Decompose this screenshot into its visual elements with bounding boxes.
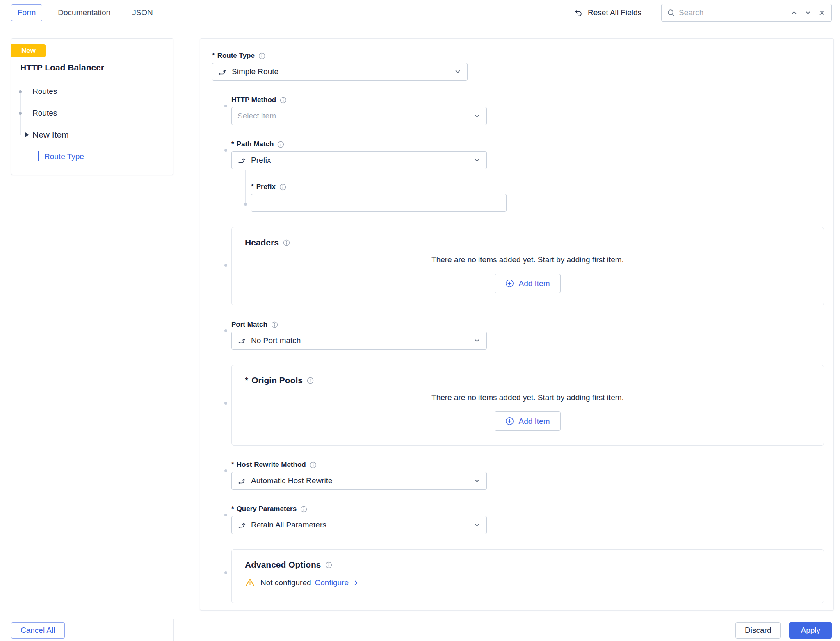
headers-add-item-button[interactable]: Add Item: [495, 274, 560, 293]
advanced-options-node: Advanced Options Not configured Configur…: [231, 549, 823, 603]
info-icon[interactable]: [258, 52, 265, 59]
sidebar-item-label: New Item: [32, 130, 69, 140]
path-match-label: Path Match: [237, 140, 274, 149]
sidebar-nav-card: New HTTP Load Balancer Routes Routes New…: [11, 38, 173, 175]
chevron-up-icon: [790, 9, 798, 16]
new-status-badge: New: [11, 44, 46, 57]
headers-empty-text: There are no items added yet. Start by a…: [245, 255, 810, 264]
chevron-down-icon: [473, 337, 481, 344]
warning-triangle-icon: [245, 577, 255, 588]
query-parameters-value: Retain All Parameters: [251, 521, 326, 530]
required-marker: *: [231, 460, 234, 469]
headers-node: Headers There are no items added yet. St…: [231, 227, 823, 305]
search-input[interactable]: [679, 8, 783, 17]
top-toolbar: Form Documentation JSON Reset All Fields: [0, 0, 840, 25]
port-match-label: Port Match: [231, 320, 267, 329]
apply-button[interactable]: Apply: [789, 622, 832, 639]
info-icon[interactable]: [280, 97, 287, 104]
route-type-label-row: * Route Type: [212, 51, 823, 60]
info-icon[interactable]: [300, 506, 307, 513]
sidebar-item-label: Routes: [32, 87, 57, 96]
reset-all-fields-button[interactable]: Reset All Fields: [573, 8, 641, 18]
info-icon[interactable]: [277, 141, 284, 148]
search-box: [661, 4, 832, 22]
required-marker: *: [251, 182, 254, 191]
info-icon[interactable]: [307, 377, 314, 384]
plus-circle-icon: [505, 417, 514, 425]
discard-button[interactable]: Discard: [735, 622, 781, 639]
host-rewrite-label: Host Rewrite Method: [237, 460, 306, 469]
route-branch-icon: [237, 521, 247, 530]
chevron-right-icon: [352, 579, 360, 586]
sidebar-item-route-type[interactable]: Route Type: [11, 145, 173, 167]
sidebar-item-routes-2[interactable]: Routes: [11, 102, 173, 124]
advanced-options-title: Advanced Options: [245, 559, 321, 570]
origin-pools-title-row: * Origin Pools: [245, 375, 810, 386]
sidebar-tree: Routes Routes New Item Route Type: [11, 80, 173, 167]
search-icon: [667, 9, 675, 17]
route-type-select[interactable]: Simple Route: [212, 63, 468, 81]
route-type-value: Simple Route: [232, 67, 278, 76]
search-close-button[interactable]: [815, 6, 829, 20]
prefix-input[interactable]: [251, 194, 507, 212]
info-icon[interactable]: [310, 461, 317, 468]
sidebar-item-label: Route Type: [44, 152, 84, 161]
add-item-label: Add Item: [518, 417, 550, 426]
http-method-label: HTTP Method: [231, 95, 276, 105]
port-match-field: Port Match No Port match: [231, 320, 823, 350]
info-icon[interactable]: [283, 239, 290, 246]
query-parameters-field: * Query Parameters Retain All Parameters: [231, 505, 823, 534]
headers-section: Headers There are no items added yet. St…: [231, 227, 824, 305]
tab-documentation[interactable]: Documentation: [58, 8, 110, 17]
query-parameters-select[interactable]: Retain All Parameters: [231, 516, 487, 534]
info-icon[interactable]: [279, 184, 286, 191]
http-method-label-row: HTTP Method: [231, 95, 823, 105]
path-match-select[interactable]: Prefix: [231, 151, 487, 169]
tab-form[interactable]: Form: [11, 4, 42, 21]
prefix-label-row: * Prefix: [251, 182, 823, 191]
host-rewrite-label-row: * Host Rewrite Method: [231, 460, 823, 469]
search-prev-button[interactable]: [787, 6, 801, 20]
query-parameters-label: Query Parameters: [237, 505, 297, 514]
sidebar-item-routes-1[interactable]: Routes: [11, 80, 173, 102]
origin-pools-section: * Origin Pools There are no items added …: [231, 365, 824, 446]
sidebar-item-label: Routes: [32, 109, 57, 118]
chevron-down-icon: [473, 521, 481, 529]
route-branch-icon: [237, 336, 247, 345]
footer-divider: [173, 619, 174, 641]
search-next-button[interactable]: [801, 6, 815, 20]
port-match-value: No Port match: [251, 336, 301, 345]
origin-pools-add-item-button[interactable]: Add Item: [495, 411, 560, 431]
route-branch-icon: [218, 67, 227, 76]
chevron-down-icon: [804, 9, 812, 16]
search-divider: [785, 7, 785, 18]
reset-all-fields-label: Reset All Fields: [588, 8, 641, 17]
http-method-placeholder: Select item: [237, 111, 276, 120]
path-match-value: Prefix: [251, 156, 271, 165]
path-match-field: * Path Match Prefix: [231, 140, 823, 212]
advanced-options-status-row: Not configured Configure: [245, 577, 810, 588]
origin-pools-title: Origin Pools: [251, 375, 303, 386]
host-rewrite-method-select[interactable]: Automatic Host Rewrite: [231, 472, 487, 490]
info-icon[interactable]: [271, 321, 278, 328]
port-match-select[interactable]: No Port match: [231, 332, 487, 350]
undo-icon: [573, 8, 583, 18]
route-branch-icon: [237, 156, 247, 165]
footer-action-bar: Cancel All Discard Apply: [0, 619, 840, 641]
origin-pools-empty-text: There are no items added yet. Start by a…: [245, 393, 810, 402]
close-icon: [818, 9, 826, 16]
chevron-down-icon: [473, 157, 481, 164]
chevron-down-icon: [454, 68, 461, 75]
advanced-options-status: Not configured: [260, 578, 311, 587]
host-rewrite-method-field: * Host Rewrite Method Automatic Host Rew…: [231, 460, 823, 490]
configure-link[interactable]: Configure: [315, 578, 360, 587]
chevron-down-icon: [473, 477, 481, 484]
http-method-select[interactable]: Select item: [231, 107, 487, 125]
tab-json[interactable]: JSON: [132, 8, 153, 17]
info-icon[interactable]: [325, 561, 332, 568]
required-marker: *: [245, 375, 248, 386]
cancel-all-button[interactable]: Cancel All: [11, 622, 65, 639]
configure-link-label: Configure: [315, 578, 349, 587]
sidebar-item-new-item[interactable]: New Item: [11, 124, 173, 145]
headers-title-row: Headers: [245, 237, 810, 248]
